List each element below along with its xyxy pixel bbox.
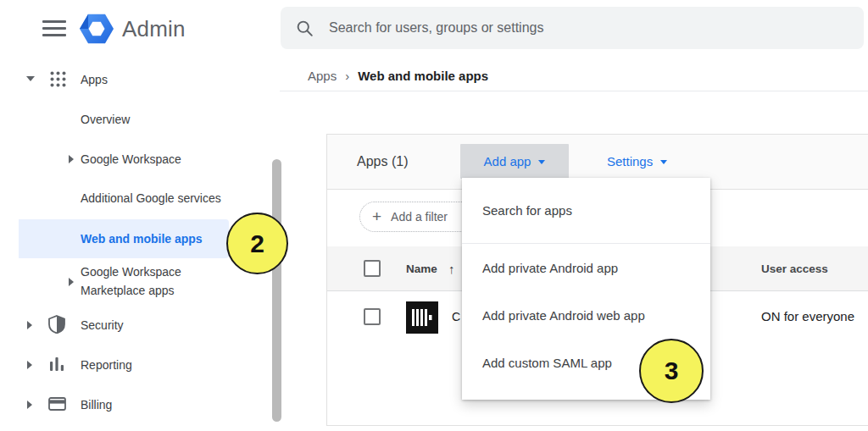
bar-chart-icon — [49, 356, 64, 371]
app-logo-icon — [406, 301, 438, 334]
settings-button[interactable]: Settings — [595, 144, 679, 179]
apps-expand-caret-icon[interactable] — [26, 76, 35, 81]
marketplace-caret-icon[interactable] — [69, 278, 74, 286]
app-title: Admin — [122, 16, 186, 42]
breadcrumb-parent[interactable]: Apps — [308, 69, 337, 83]
breadcrumb-divider — [280, 91, 868, 91]
apps-count-title: Apps (1) — [357, 135, 408, 189]
chevron-down-icon — [660, 160, 667, 164]
select-all-checkbox[interactable] — [364, 260, 381, 277]
sidebar-item-security[interactable]: Security — [81, 318, 124, 332]
search-icon — [296, 19, 314, 37]
sidebar-item-overview[interactable]: Overview — [81, 113, 130, 126]
admin-logo: Admin — [79, 11, 186, 47]
reporting-caret-icon[interactable] — [27, 361, 32, 369]
sidebar-item-billing[interactable]: Billing — [81, 398, 112, 412]
settings-button-label: Settings — [607, 154, 653, 169]
add-app-button[interactable]: Add app — [460, 144, 569, 179]
column-header-user-access[interactable]: User access — [761, 246, 828, 291]
app-name[interactable]: C — [452, 308, 460, 325]
menu-item-add-private-android-web-app[interactable]: Add private Android web app — [462, 291, 710, 339]
search-input[interactable] — [327, 19, 849, 36]
sidebar-item-google-workspace[interactable]: Google Workspace — [81, 152, 181, 166]
breadcrumb-current: Web and mobile apps — [358, 69, 488, 83]
google-workspace-caret-icon[interactable] — [69, 155, 74, 163]
sidebar-item-reporting[interactable]: Reporting — [81, 358, 132, 372]
credit-card-icon — [48, 397, 66, 411]
global-search-bar[interactable] — [281, 7, 864, 49]
add-app-button-label: Add app — [484, 154, 531, 169]
column-header-name[interactable]: Name — [406, 246, 437, 291]
breadcrumb-separator: › — [345, 69, 349, 83]
chevron-down-icon — [538, 160, 545, 164]
annotation-step-3-number: 3 — [665, 356, 679, 385]
annotation-step-2-number: 2 — [250, 229, 264, 258]
sidebar-scrollbar-thumb[interactable] — [272, 159, 281, 422]
annotation-step-3: 3 — [639, 339, 704, 403]
row-checkbox[interactable] — [364, 308, 381, 325]
annotation-step-2: 2 — [226, 213, 288, 274]
sort-ascending-icon[interactable]: ↑ — [448, 246, 455, 291]
sidebar-item-additional-google-services[interactable]: Additional Google services — [81, 191, 221, 205]
breadcrumb: Apps › Web and mobile apps — [308, 66, 488, 85]
user-access-value: ON for everyone — [761, 309, 854, 323]
menu-item-add-private-android-app[interactable]: Add private Android app — [462, 244, 710, 291]
add-filter-label: Add a filter — [391, 210, 448, 224]
menu-hamburger-icon[interactable] — [42, 20, 66, 37]
apps-grid-icon — [50, 71, 66, 87]
menu-item-search-for-apps[interactable]: Search for apps — [462, 178, 710, 243]
security-caret-icon[interactable] — [27, 321, 32, 329]
plus-icon: + — [372, 207, 381, 226]
sidebar-item-marketplace-apps[interactable]: Google Workspace Marketplace apps — [81, 262, 218, 300]
sidebar-item-web-and-mobile-apps[interactable]: Web and mobile apps — [19, 219, 229, 258]
shield-icon — [48, 315, 65, 334]
sidebar-item-label: Web and mobile apps — [81, 232, 203, 246]
sidebar-item-apps[interactable]: Apps — [81, 73, 108, 86]
admin-hexagon-icon — [79, 11, 114, 47]
billing-caret-icon[interactable] — [27, 401, 32, 409]
